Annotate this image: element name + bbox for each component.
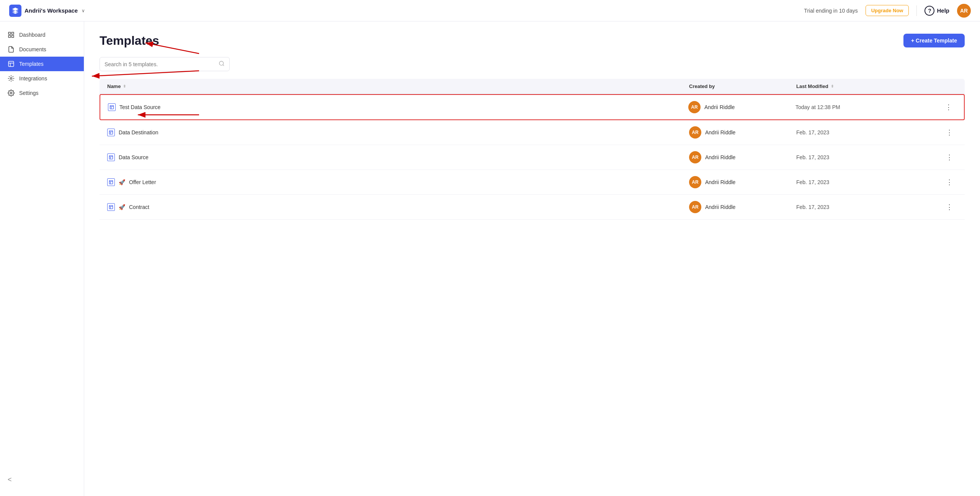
row-emoji: 🚀 xyxy=(119,179,125,185)
template-name: Offer Letter xyxy=(129,179,156,185)
row-actions-cell: ⋮ xyxy=(941,101,956,113)
row-actions-cell: ⋮ xyxy=(942,152,957,163)
th-created-by: Created by xyxy=(689,83,796,89)
page-header: Templates + Create Template xyxy=(100,34,965,48)
svg-rect-0 xyxy=(8,32,10,34)
row-created-cell: AR Andrii Riddle xyxy=(688,101,795,113)
row-created-cell: AR Andrii Riddle xyxy=(689,176,796,188)
svg-line-10 xyxy=(223,65,224,66)
svg-rect-3 xyxy=(12,36,14,38)
sidebar-collapse-button[interactable]: < xyxy=(0,470,84,490)
help-button[interactable]: ? Help xyxy=(924,6,949,16)
templates-icon xyxy=(8,60,15,67)
svg-point-8 xyxy=(10,92,12,94)
sidebar-item-templates[interactable]: Templates xyxy=(0,57,84,71)
search-bar xyxy=(100,57,230,71)
row-actions-cell: ⋮ xyxy=(942,201,957,213)
create-template-button[interactable]: + Create Template xyxy=(903,34,965,47)
row-name-cell: 🚀 Contract xyxy=(107,203,689,211)
collapse-icon: < xyxy=(8,476,12,484)
sidebar-item-dashboard[interactable]: Dashboard xyxy=(0,28,84,42)
author-avatar: AR xyxy=(688,101,701,113)
header-actions: Trial ending in 10 days Upgrade Now ? He… xyxy=(804,4,971,18)
sort-name-icon[interactable]: ⬍ xyxy=(123,84,126,88)
header-divider xyxy=(916,5,917,16)
row-date-cell: Today at 12:38 PM xyxy=(795,104,941,110)
template-name: Test Data Source xyxy=(119,104,160,110)
svg-rect-4 xyxy=(8,61,14,67)
user-avatar[interactable]: AR xyxy=(957,4,971,18)
svg-rect-11 xyxy=(110,106,114,109)
sidebar-item-integrations[interactable]: Integrations xyxy=(0,71,84,86)
svg-rect-17 xyxy=(109,156,113,159)
sort-date-icon[interactable]: ⬍ xyxy=(831,84,834,88)
template-name: Data Destination xyxy=(119,129,158,135)
sidebar-item-settings[interactable]: Settings xyxy=(0,86,84,100)
row-date-cell: Feb. 17, 2023 xyxy=(796,204,942,210)
template-row-icon xyxy=(107,129,115,136)
help-label: Help xyxy=(937,7,949,14)
svg-rect-20 xyxy=(109,181,113,184)
svg-point-9 xyxy=(219,61,224,65)
sidebar-integrations-label: Integrations xyxy=(19,75,47,82)
workspace-selector[interactable]: Andrii's Workspace ∨ xyxy=(9,5,85,17)
th-last-modified: Last Modified ⬍ xyxy=(796,83,942,89)
row-name-cell: Data Destination xyxy=(107,129,689,136)
sidebar-settings-label: Settings xyxy=(19,90,39,96)
settings-icon xyxy=(8,90,15,96)
workspace-chevron-icon: ∨ xyxy=(82,8,85,13)
help-icon: ? xyxy=(924,6,934,16)
row-created-cell: AR Andrii Riddle xyxy=(689,151,796,163)
table-row[interactable]: 🚀 Offer Letter AR Andrii Riddle Feb. 17,… xyxy=(100,170,965,195)
template-name: Contract xyxy=(129,204,149,210)
table-row[interactable]: Test Data Source AR Andrii Riddle Today … xyxy=(100,94,965,120)
author-avatar: AR xyxy=(689,151,701,163)
row-date-cell: Feb. 17, 2023 xyxy=(796,129,942,135)
author-name: Andrii Riddle xyxy=(705,154,735,160)
template-row-icon xyxy=(107,178,115,186)
th-actions xyxy=(942,83,957,89)
search-icon xyxy=(219,60,225,68)
row-menu-button[interactable]: ⋮ xyxy=(942,101,955,113)
row-name-cell: 🚀 Offer Letter xyxy=(107,178,689,186)
table-row[interactable]: 🚀 Contract AR Andrii Riddle Feb. 17, 202… xyxy=(100,195,965,220)
author-avatar: AR xyxy=(689,176,701,188)
templates-table: Name ⬍ Created by Last Modified ⬍ xyxy=(100,79,965,220)
sidebar: Dashboard Documents Templates xyxy=(0,21,84,496)
template-row-icon xyxy=(107,203,115,211)
logo-icon xyxy=(11,7,19,15)
row-created-cell: AR Andrii Riddle xyxy=(689,201,796,213)
sidebar-item-documents[interactable]: Documents xyxy=(0,42,84,57)
row-menu-button[interactable]: ⋮ xyxy=(943,127,956,138)
svg-rect-2 xyxy=(8,36,10,38)
svg-point-7 xyxy=(10,78,12,80)
app-logo xyxy=(9,5,21,17)
svg-rect-14 xyxy=(109,131,113,134)
template-row-icon xyxy=(107,153,115,161)
trial-notice: Trial ending in 10 days xyxy=(804,8,858,14)
row-menu-button[interactable]: ⋮ xyxy=(943,201,956,213)
row-menu-button[interactable]: ⋮ xyxy=(943,176,956,188)
row-name-cell: Test Data Source xyxy=(108,103,688,111)
row-name-cell: Data Source xyxy=(107,153,689,161)
table-header: Name ⬍ Created by Last Modified ⬍ xyxy=(100,79,965,94)
author-avatar: AR xyxy=(689,201,701,213)
row-emoji: 🚀 xyxy=(119,204,125,210)
dashboard-icon xyxy=(8,31,15,38)
row-menu-button[interactable]: ⋮ xyxy=(943,152,956,163)
table-row[interactable]: Data Source AR Andrii Riddle Feb. 17, 20… xyxy=(100,145,965,170)
svg-rect-1 xyxy=(12,32,14,34)
author-avatar: AR xyxy=(689,126,701,139)
main-content: Templates + Create Template Name ⬍ Creat xyxy=(84,21,980,496)
author-name: Andrii Riddle xyxy=(705,179,735,185)
integrations-icon xyxy=(8,75,15,82)
header: Andrii's Workspace ∨ Trial ending in 10 … xyxy=(0,0,980,21)
workspace-name: Andrii's Workspace xyxy=(24,7,78,14)
upgrade-button[interactable]: Upgrade Now xyxy=(866,5,909,16)
table-row[interactable]: Data Destination AR Andrii Riddle Feb. 1… xyxy=(100,120,965,145)
sidebar-documents-label: Documents xyxy=(19,46,46,52)
row-created-cell: AR Andrii Riddle xyxy=(689,126,796,139)
search-input[interactable] xyxy=(105,61,216,67)
th-name: Name ⬍ xyxy=(107,83,689,89)
author-name: Andrii Riddle xyxy=(704,104,735,110)
